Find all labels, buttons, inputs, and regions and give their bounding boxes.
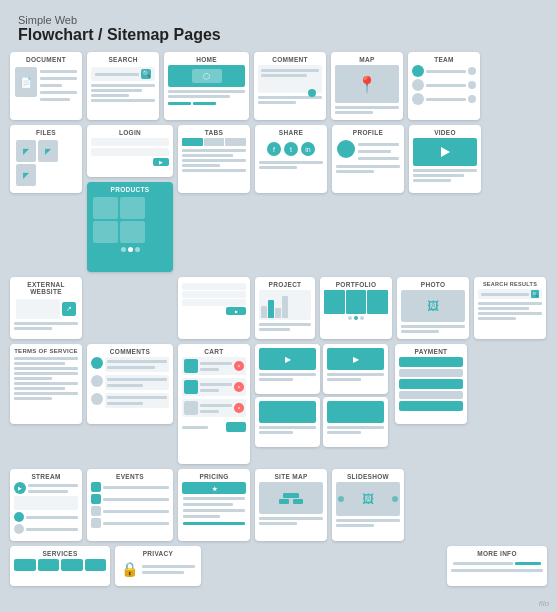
card-terms[interactable]: TERMS OF SERVICE <box>10 344 82 424</box>
card-product-item-4[interactable] <box>323 397 388 447</box>
card-events[interactable]: EVENTS <box>87 469 173 541</box>
card-login[interactable]: LOGIN ▶ <box>87 125 173 177</box>
card-product-item-1[interactable]: ▶ <box>255 344 320 394</box>
card-more-info[interactable]: MORE INFO <box>447 546 547 586</box>
card-product-item-2[interactable]: ▶ <box>323 344 388 394</box>
card-payment[interactable]: PAYMENT <box>395 344 467 424</box>
card-external-website[interactable]: EXTERNAL WEBSITE ↗ <box>10 277 82 339</box>
card-home[interactable]: HOME ⬡ <box>164 52 249 120</box>
card-privacy[interactable]: PRIVACY 🔒 <box>115 546 201 586</box>
card-product-item-3[interactable] <box>255 397 320 447</box>
card-files[interactable]: FILES ◤ ◤ ◤ <box>10 125 82 193</box>
card-slideshow[interactable]: SLIDESHOW 🖼 <box>332 469 404 541</box>
card-comment[interactable]: COMMENT <box>254 52 326 120</box>
card-grid: DOCUMENT 📄 SEARCH 🔍 <box>0 52 557 592</box>
card-search[interactable]: SEARCH 🔍 <box>87 52 159 120</box>
card-stream[interactable]: STREAM ▶ <box>10 469 82 541</box>
card-comments[interactable]: COMMENTS <box>87 344 173 424</box>
card-photo[interactable]: PHOTO 🖼 <box>397 277 469 339</box>
row-2: FILES ◤ ◤ ◤ LOGIN <box>10 125 547 272</box>
row-6: SERVICES PRIVACY 🔒 MORE INFO <box>10 546 547 586</box>
row-3: EXTERNAL WEBSITE ↗ ▶ <box>10 277 547 339</box>
card-document[interactable]: DOCUMENT 📄 <box>10 52 82 120</box>
card-map[interactable]: MAP 📍 <box>331 52 403 120</box>
card-site-map[interactable]: SITE MAP <box>255 469 327 541</box>
card-profile[interactable]: PROFILE <box>332 125 404 193</box>
card-pricing[interactable]: PRICING ★ <box>178 469 250 541</box>
page-header: Simple Web Flowchart / Sitemap Pages <box>0 0 557 52</box>
row-1: DOCUMENT 📄 SEARCH 🔍 <box>10 52 547 120</box>
card-team[interactable]: TEAM <box>408 52 480 120</box>
watermark: filo <box>539 599 549 608</box>
row-4: TERMS OF SERVICE COMMENTS <box>10 344 547 464</box>
card-products[interactable]: PRODUCTS <box>87 182 173 272</box>
card-project[interactable]: PROJECT <box>255 277 315 339</box>
card-cart[interactable]: CART × <box>178 344 250 464</box>
subtitle: Simple Web <box>18 14 539 26</box>
card-tabs[interactable]: TABS <box>178 125 250 193</box>
card-share[interactable]: SHARE f t in <box>255 125 327 193</box>
row-5: STREAM ▶ <box>10 469 547 541</box>
card-services[interactable]: SERVICES <box>10 546 110 586</box>
card-portfolio[interactable]: PORTFOLIO <box>320 277 392 339</box>
middle-group: ▶ ▶ <box>255 344 390 447</box>
card-register[interactable]: ▶ <box>178 277 250 339</box>
card-video[interactable]: VIDEO <box>409 125 481 193</box>
title: Flowchart / Sitemap Pages <box>18 26 539 44</box>
card-search-results[interactable]: SEARCH RESULTS 🔍 <box>474 277 546 339</box>
